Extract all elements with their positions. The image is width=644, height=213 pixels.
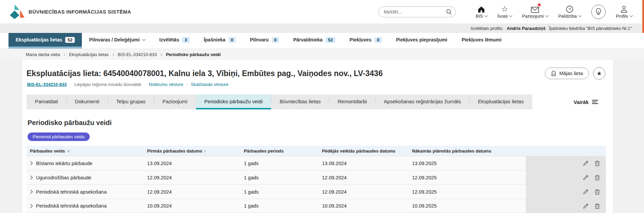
search-input[interactable] (378, 6, 456, 17)
menu-notifications[interactable]: Paziņojumi (522, 5, 548, 19)
nav-item[interactable]: Pilnvaru 0 (243, 33, 286, 49)
event-history-link[interactable]: Notikumu vēsture (149, 82, 183, 87)
menu-profile[interactable]: Profils (616, 5, 632, 19)
idea-button[interactable] (591, 5, 606, 19)
edit-icon[interactable] (583, 175, 589, 180)
menu-profile-label: Profils (616, 14, 628, 19)
sort-icon[interactable]: ↓↑ (67, 148, 70, 153)
separator: · (70, 82, 71, 87)
chevron-right-icon[interactable] (30, 204, 33, 208)
inspection-period: 1 gads (244, 189, 322, 195)
inspection-type: Bīstamo iekārtu pārbaude (36, 161, 92, 166)
delete-icon[interactable] (595, 160, 600, 166)
next-inspection-date: 12.09.2025 (412, 175, 526, 180)
tab-label: Pamatdati (35, 99, 58, 104)
search-icon[interactable] (446, 9, 452, 15)
tab[interactable]: Paziņojumi (154, 94, 196, 109)
chevron-right-icon[interactable] (30, 190, 33, 194)
tab-label: Būvniecības lietas (280, 99, 321, 104)
table-row[interactable]: Bīstamo iekārtu pārbaude 13.09.2024 1 ga… (26, 156, 606, 170)
content-card: Ekspluatācijas lieta: 64540040078001, Ka… (22, 60, 613, 213)
tab-label: Telpu grupas (116, 99, 145, 104)
table-column-header[interactable]: Pārbaudes periods (244, 148, 322, 154)
tab[interactable]: Dokumenti (67, 94, 108, 109)
tab-label: Apsekošanas reģistrācijas žurnāls (384, 99, 461, 104)
menu-help[interactable]: ? Palīdzība (558, 5, 581, 19)
view-history-link[interactable]: Skatīšanās vēsture (191, 82, 229, 87)
nav-item-label: Pilnvaru (250, 37, 269, 42)
nav-item[interactable]: Pilnvaras / Deleģējumi (82, 33, 152, 49)
nav-item-label: Pilnvaras / Deleģējumi (89, 37, 140, 42)
tab[interactable]: Būvniecības lietas (271, 94, 329, 109)
case-meta-row: BIS-EL-334210-833 · Liepājas reģiona nov… (26, 82, 605, 87)
nav-item[interactable]: Pārvaldnieka 52 (286, 33, 342, 49)
first-inspection-date: 12.09.2024 (147, 189, 244, 195)
breadcrumb-item[interactable]: BIS-EL-334210-833 (118, 52, 157, 57)
add-inspection-type-button[interactable]: Pievienot pārbaudes veidu (28, 132, 90, 141)
tab[interactable]: Remontdarbi (329, 94, 375, 109)
profile-name: Andris Paraudziņš (507, 26, 545, 31)
delete-icon[interactable] (595, 189, 600, 195)
nav-item[interactable]: Piekļuves pieprasījumi (389, 33, 454, 49)
sort-icon[interactable]: ↓ (204, 148, 206, 153)
menu-bis[interactable]: BIS (476, 5, 487, 19)
chevron-right-icon[interactable] (30, 161, 33, 165)
table-column-header[interactable]: Pirmās pārbaudes datums ↓ (147, 148, 244, 154)
column-label: Pirmās pārbaudes datums (147, 148, 202, 154)
breadcrumb-separator-icon: › (64, 52, 65, 57)
star-icon: ☆ (501, 5, 508, 13)
breadcrumb-item[interactable]: Ekspluatācijas lietas (69, 52, 109, 57)
lightbulb-icon (595, 8, 602, 16)
next-inspection-date: 12.09.2025 (412, 189, 526, 195)
menu-shortcuts[interactable]: ☆ Īsceļi (497, 5, 512, 19)
more-tabs-button[interactable]: Vairāk (567, 94, 605, 109)
delete-icon[interactable] (595, 203, 600, 209)
nav-item-label: Piekļuves lēmumi (462, 37, 502, 42)
tab[interactable]: Ekspluatācijas lietas (469, 94, 532, 109)
star-filled-icon: ★ (596, 70, 602, 77)
row-actions (526, 185, 606, 199)
bis-logo-icon (10, 4, 25, 20)
last-inspection-date: 10.09.2024 (322, 203, 412, 209)
tab[interactable]: Periodisko pārbaužu veidi (196, 94, 271, 109)
breadcrumb-separator-icon: › (161, 52, 162, 57)
nav-item-label: Ekspluatācijas lietas (16, 37, 62, 42)
table-row[interactable]: Periodiskā tehniskā apsekošana 10.09.202… (26, 199, 606, 213)
nav-item[interactable]: Piekļuves 0 (342, 33, 389, 49)
table-row[interactable]: Ugunsdrošības pārbaude 12.09.2024 1 gads… (26, 170, 606, 184)
chevron-right-icon[interactable] (30, 175, 33, 180)
chevron-down-icon (142, 37, 146, 41)
inspection-period: 1 gads (244, 203, 322, 209)
edit-icon[interactable] (583, 189, 589, 195)
table-column-header[interactable]: Pārbaudes veids ↓↑ (26, 148, 147, 154)
nav-item[interactable]: Ekspluatācijas lietas 52 (8, 33, 82, 49)
table-row[interactable]: Periodiskā tehniskā apsekošana 12.09.202… (26, 184, 606, 199)
nav-item[interactable]: Izvēlētās 3 (152, 33, 197, 49)
nav-item[interactable]: Īpašnieka 0 (197, 33, 243, 49)
table-column-header[interactable]: Pēdējās veiktās pārbaudes datums (322, 148, 412, 154)
nav-item-label: Izvēlētās (159, 37, 179, 42)
nav-item-badge: 52 (326, 37, 335, 43)
column-label: Pēdējās veiktās pārbaudes datums (322, 148, 395, 154)
breadcrumb-item[interactable]: Mana darba vieta (26, 52, 60, 57)
mail-icon (531, 7, 539, 13)
tab[interactable]: Pamatdati (26, 94, 67, 109)
nav-item[interactable]: Piekļuves lēmumi (454, 33, 509, 49)
selected-profile-label: Izvēlētais profils: (471, 26, 503, 31)
inspection-type: Ugunsdrošības pārbaude (36, 175, 91, 180)
edit-icon[interactable] (583, 203, 589, 209)
edit-icon[interactable] (583, 160, 589, 166)
home-case-button[interactable]: Mājas lieta (545, 68, 589, 79)
delete-icon[interactable] (595, 175, 600, 180)
profile-bar: Izvēlētais profils: Andris Paraudziņš Īp… (0, 23, 644, 33)
table-column-header[interactable]: Nākamās plānotās pārbaudes datums (412, 148, 526, 154)
tab-label: Periodisko pārbaužu veidi (204, 99, 263, 104)
more-tabs-label: Vairāk (574, 99, 589, 105)
app-logo[interactable]: BŪVNIECĪBAS INFORMĀCIJAS SISTĒMA (10, 4, 131, 20)
tab[interactable]: Apsekošanas reģistrācijas žurnāls (375, 94, 469, 109)
case-number-link[interactable]: BIS-EL-334210-833 (27, 82, 67, 87)
favorite-button[interactable]: ★ (593, 67, 605, 79)
feedback-edge-tab[interactable] (642, 0, 644, 33)
tab[interactable]: Telpu grupas (108, 94, 154, 109)
case-authority: Liepājas reģiona novadu būvvalde (74, 82, 141, 87)
